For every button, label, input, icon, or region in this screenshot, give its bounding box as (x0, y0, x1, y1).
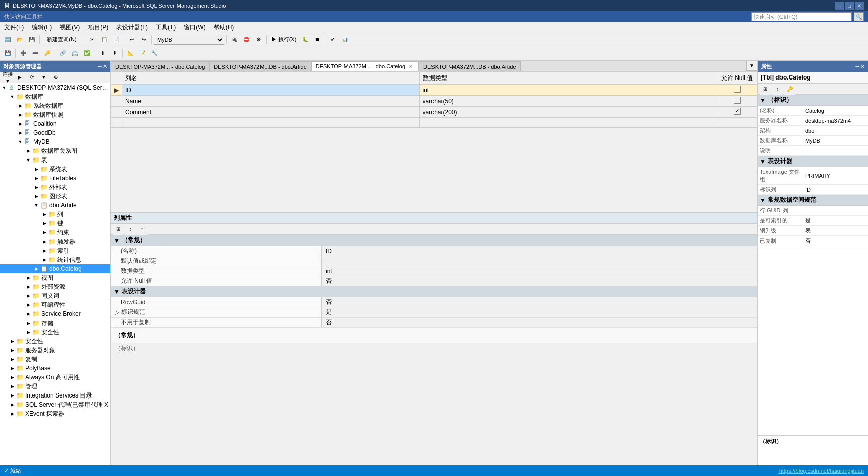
tree-toggle-mydb[interactable]: ▼ (16, 139, 24, 144)
tree-item-dbsnap[interactable]: ▶📁数据库快照 (0, 110, 110, 119)
tb-disconnect[interactable]: ⛔ (241, 34, 252, 45)
tree-item-databases[interactable]: ▼📁数据库 (0, 92, 110, 101)
props-value-rowguid[interactable]: 否 (322, 297, 757, 307)
tree-toggle-cols1[interactable]: ▶ (40, 212, 48, 217)
rp-value-name[interactable]: Catelog (803, 106, 868, 115)
rp-value-schema[interactable]: dbo (803, 126, 868, 135)
minimize-button[interactable]: ─ (835, 2, 844, 10)
title-bar-right[interactable]: ─ □ ✕ (835, 2, 864, 10)
tree-item-coalition[interactable]: ▶🗄Coalition (0, 119, 110, 128)
tree-toggle-constraints1[interactable]: ▶ (40, 230, 48, 235)
tree-toggle-dbocatelog[interactable]: ▶ (32, 266, 40, 271)
tree-toggle-storage[interactable]: ▶ (24, 321, 32, 326)
rp-value-indexable[interactable]: 是 (803, 216, 868, 225)
quick-search-input[interactable] (751, 12, 852, 21)
row-type-input-1[interactable] (423, 98, 714, 105)
oe-collapse-btn[interactable]: ⊕ (50, 72, 61, 83)
tree-item-keys1[interactable]: ▶📁键 (0, 219, 110, 228)
tb-connect[interactable]: 🔌 (229, 34, 240, 45)
rp-prop-btn[interactable]: 🔑 (784, 84, 795, 95)
rp-value-identcol[interactable]: ID (803, 185, 868, 194)
tree-toggle-indexes1[interactable]: ▶ (40, 248, 48, 253)
tree-toggle-systemdb[interactable]: ▶ (16, 103, 24, 108)
rp-section-tabledesigner[interactable]: ▼ 表设计器 (758, 156, 868, 167)
tree-item-tables[interactable]: ▼📁表 (0, 155, 110, 165)
tree-toggle-triggers1[interactable]: ▶ (40, 239, 48, 244)
tree-toggle-alwayson[interactable]: ▶ (8, 375, 16, 380)
tb-check[interactable]: ✅ (81, 48, 93, 59)
props-value-noreplicate[interactable]: 否 (322, 318, 757, 327)
tree-item-servicebroker[interactable]: ▶📁Service Broker (0, 309, 110, 319)
tab-artide1[interactable]: DESKTOP-MA372M...DB - dbo.Artide (209, 61, 311, 71)
object-explorer-header-buttons[interactable]: ─ ✕ (98, 63, 107, 70)
tree-item-synonyms[interactable]: ▶📁同义词 (0, 291, 110, 300)
cp-grid-btn[interactable]: ⊞ (113, 224, 124, 235)
tree-toggle-programmability[interactable]: ▶ (24, 302, 32, 307)
tree-toggle-tables[interactable]: ▼ (24, 157, 32, 163)
row-type-0[interactable] (419, 85, 717, 96)
menu-edit[interactable]: 编辑(E) (28, 22, 56, 33)
tb-execute[interactable]: ▶ 执行(X) (269, 34, 299, 45)
tree-item-programmability[interactable]: ▶📁可编程性 (0, 300, 110, 309)
rp-value-lockescalation[interactable]: 表 (803, 226, 868, 235)
tree-item-security[interactable]: ▶📁安全性 (0, 337, 110, 346)
db-selector[interactable]: MyDB (154, 35, 224, 45)
tree-toggle-dboartide[interactable]: ▼ (32, 203, 40, 208)
row-type-3[interactable] (419, 118, 717, 128)
row-type-input-2[interactable] (423, 109, 714, 116)
tree-item-graphtables[interactable]: ▶📁图形表 (0, 192, 110, 201)
design-row-1[interactable] (111, 96, 757, 107)
tree-item-constraints1[interactable]: ▶📁约束 (0, 228, 110, 237)
rp-value-rowguid-col[interactable] (803, 206, 868, 215)
row-type-input-0[interactable] (423, 87, 714, 94)
tb-save-tbl[interactable]: 💾 (2, 48, 13, 59)
row-type-1[interactable] (419, 96, 717, 107)
tree-item-triggers1[interactable]: ▶📁触发器 (0, 237, 110, 246)
tab-catelog2-close[interactable]: ✕ (407, 63, 414, 70)
tb-diagram[interactable]: 📐 (125, 48, 136, 59)
row-name-3[interactable] (122, 118, 420, 128)
tree-toggle-sqlagent[interactable]: ▶ (8, 402, 16, 407)
tree-toggle-graphtables[interactable]: ▶ (32, 194, 40, 199)
null-check-2[interactable] (734, 108, 741, 115)
oe-connect-btn[interactable]: 连接▼ (2, 72, 13, 83)
row-null-1[interactable] (717, 96, 757, 107)
tree-item-security2[interactable]: ▶📁安全性 (0, 328, 110, 337)
tab-dropdown-button[interactable]: ▼ (746, 61, 757, 71)
tree-item-systemdb[interactable]: ▶📁系统数据库 (0, 101, 110, 110)
tree-item-extresources[interactable]: ▶📁外部资源 (0, 282, 110, 291)
row-name-input-0[interactable] (125, 87, 416, 94)
menu-tabledesigner[interactable]: 表设计器(L) (112, 22, 152, 33)
design-row-3[interactable] (111, 118, 757, 128)
tree-item-cols1[interactable]: ▶📁列 (0, 210, 110, 219)
tab-catelog2[interactable]: DESKTOP-MA372M... - dbo.Catelog ✕ (311, 61, 419, 71)
tb-cut[interactable]: ✂ (86, 34, 98, 45)
tree-item-alwayson[interactable]: ▶📁Always On 高可用性 (0, 373, 110, 382)
rp-sort-btn[interactable]: ↕ (772, 84, 783, 95)
row-name-2[interactable] (122, 107, 420, 118)
design-row-0[interactable]: ▶ (111, 85, 757, 96)
tree-item-sqlagent[interactable]: ▶📁SQL Server 代理(已禁用代理 X (0, 400, 110, 409)
tree-item-polybase[interactable]: ▶📁PolyBase (0, 364, 110, 373)
tb-del-col[interactable]: ➖ (30, 48, 41, 59)
rp-pin-button[interactable]: ─ (855, 63, 859, 70)
tb-paste[interactable]: 📄 (111, 34, 122, 45)
tree-item-storage[interactable]: ▶📁存储 (0, 319, 110, 328)
tree-item-dbdiagrams[interactable]: ▶📁数据库关系图 (0, 146, 110, 155)
tree-item-replication[interactable]: ▶📁复制 (0, 355, 110, 364)
tree-toggle-filetables[interactable]: ▶ (32, 176, 40, 181)
properties-panel-header-buttons[interactable]: ─ ✕ (855, 63, 865, 70)
tree-item-indexes1[interactable]: ▶📁索引 (0, 246, 110, 255)
rp-section-identity[interactable]: ▼ （标识） (758, 95, 868, 106)
row-name-input-3[interactable] (125, 119, 416, 126)
tree-item-intsvcs[interactable]: ▶📁Integration Services 目录 (0, 391, 110, 400)
null-check-0[interactable] (734, 86, 741, 93)
tree-toggle-security2[interactable]: ▶ (24, 330, 32, 335)
props-section-general[interactable]: ▼ （常规） (111, 235, 757, 246)
row-null-0[interactable] (717, 85, 757, 96)
tree-item-mydb[interactable]: ▼🗄MyDB (0, 137, 110, 146)
tree-toggle-dbsnap[interactable]: ▶ (16, 112, 24, 117)
oe-close-button[interactable]: ✕ (103, 63, 107, 70)
tb-new-query[interactable]: 新建查询(N) (42, 34, 82, 45)
row-name-1[interactable] (122, 96, 420, 107)
